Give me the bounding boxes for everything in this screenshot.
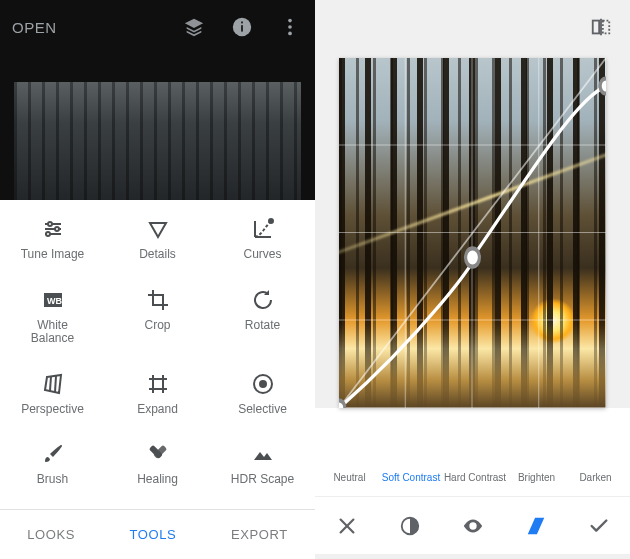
tool-rotate[interactable]: Rotate xyxy=(210,281,315,359)
preset-label: Brighten xyxy=(518,472,555,483)
svg-point-4 xyxy=(288,25,292,29)
tool-perspective[interactable]: Perspective xyxy=(0,365,105,430)
svg-point-11 xyxy=(46,232,50,236)
curve-preset-row: Neutral Soft Contrast Hard Contrast Brig… xyxy=(315,408,630,496)
hdr-scape-icon xyxy=(250,441,276,467)
tab-looks[interactable]: LOOKS xyxy=(27,527,75,542)
tab-tools[interactable]: TOOLS xyxy=(130,527,177,542)
rotate-icon xyxy=(250,287,276,313)
editor-preview-dimmed: OPEN xyxy=(0,0,315,200)
visibility-icon[interactable] xyxy=(450,507,496,545)
healing-icon xyxy=(145,441,171,467)
svg-rect-18 xyxy=(153,379,163,389)
tool-details[interactable]: Details xyxy=(105,210,210,275)
svg-point-3 xyxy=(288,19,292,23)
preset-label: Darken xyxy=(579,472,611,483)
tool-crop[interactable]: Crop xyxy=(105,281,210,359)
svg-line-26 xyxy=(339,58,606,408)
brush-icon xyxy=(40,441,66,467)
preset-label: Soft Contrast xyxy=(382,472,440,483)
tune-icon xyxy=(40,216,66,242)
confirm-button[interactable] xyxy=(576,507,622,545)
preset-hard-contrast[interactable]: Hard Contrast xyxy=(446,416,504,483)
tool-label: Healing xyxy=(137,473,178,487)
tools-panel-screen: OPEN Tun xyxy=(0,0,315,559)
triangle-down-icon xyxy=(145,216,171,242)
photo-dimmed xyxy=(14,82,301,200)
svg-point-28 xyxy=(471,524,475,528)
cancel-button[interactable] xyxy=(324,507,370,545)
tool-white-balance[interactable]: WB White Balance xyxy=(0,281,105,359)
tool-expand[interactable]: Expand xyxy=(105,365,210,430)
info-icon[interactable] xyxy=(229,14,255,40)
tool-label: Perspective xyxy=(21,403,84,417)
tool-label: Curves xyxy=(243,248,281,262)
preset-soft-contrast[interactable]: Soft Contrast xyxy=(382,416,440,483)
tool-selective[interactable]: Selective xyxy=(210,365,315,430)
svg-point-9 xyxy=(48,222,52,226)
curves-icon xyxy=(250,216,276,242)
svg-point-5 xyxy=(288,32,292,36)
tool-label: Selective xyxy=(238,403,287,417)
tab-export[interactable]: EXPORT xyxy=(231,527,288,542)
compare-icon[interactable] xyxy=(588,14,614,40)
svg-rect-2 xyxy=(241,22,243,24)
tool-healing[interactable]: Healing xyxy=(105,435,210,500)
tool-label: White Balance xyxy=(31,319,74,347)
perspective-icon xyxy=(40,371,66,397)
curve-node[interactable] xyxy=(600,78,606,93)
photo-canvas[interactable] xyxy=(339,58,606,408)
svg-point-20 xyxy=(260,381,266,387)
tool-label: Brush xyxy=(37,473,68,487)
preset-darken[interactable]: Darken xyxy=(569,416,622,483)
preset-brighten[interactable]: Brighten xyxy=(510,416,563,483)
channel-icon[interactable] xyxy=(513,507,559,545)
tool-brush[interactable]: Brush xyxy=(0,435,105,500)
svg-rect-1 xyxy=(241,25,243,31)
svg-marker-15 xyxy=(45,375,61,393)
tool-label: Details xyxy=(139,248,176,262)
tool-hdr-scape[interactable]: HDR Scape xyxy=(210,435,315,500)
more-vertical-icon[interactable] xyxy=(277,14,303,40)
left-topbar: OPEN xyxy=(0,0,315,54)
tool-tune-image[interactable]: Tune Image xyxy=(0,210,105,275)
bottom-tabs: LOOKS TOOLS EXPORT xyxy=(0,509,315,559)
tool-label: Tune Image xyxy=(21,248,85,262)
tool-label: HDR Scape xyxy=(231,473,294,487)
preset-neutral[interactable]: Neutral xyxy=(323,416,376,483)
preset-label: Neutral xyxy=(333,472,365,483)
right-topbar xyxy=(315,0,630,54)
white-balance-icon: WB xyxy=(40,287,66,313)
luminance-channel-icon[interactable] xyxy=(387,507,433,545)
tool-label: Expand xyxy=(137,403,178,417)
crop-icon xyxy=(145,287,171,313)
svg-rect-23 xyxy=(593,21,599,34)
svg-point-10 xyxy=(55,227,59,231)
svg-marker-29 xyxy=(527,517,544,534)
expand-icon xyxy=(145,371,171,397)
tool-grid: Tune Image Details Curves WB White Balan… xyxy=(0,200,315,500)
curve-action-bar xyxy=(315,496,630,554)
svg-line-17 xyxy=(55,376,56,392)
tool-label: Crop xyxy=(144,319,170,333)
preset-label: Hard Contrast xyxy=(444,472,506,483)
curves-editor-screen: Neutral Soft Contrast Hard Contrast Brig… xyxy=(315,0,630,559)
selective-icon xyxy=(250,371,276,397)
curve-overlay[interactable] xyxy=(339,58,606,408)
curve-node[interactable] xyxy=(339,400,345,408)
svg-text:WB: WB xyxy=(47,296,62,306)
tool-label: Rotate xyxy=(245,319,280,333)
curve-node[interactable] xyxy=(466,248,480,266)
stacks-icon[interactable] xyxy=(181,14,207,40)
svg-rect-24 xyxy=(603,21,609,34)
open-button[interactable]: OPEN xyxy=(12,19,57,36)
svg-line-16 xyxy=(50,376,51,391)
svg-point-12 xyxy=(269,219,273,223)
tool-curves[interactable]: Curves xyxy=(210,210,315,275)
